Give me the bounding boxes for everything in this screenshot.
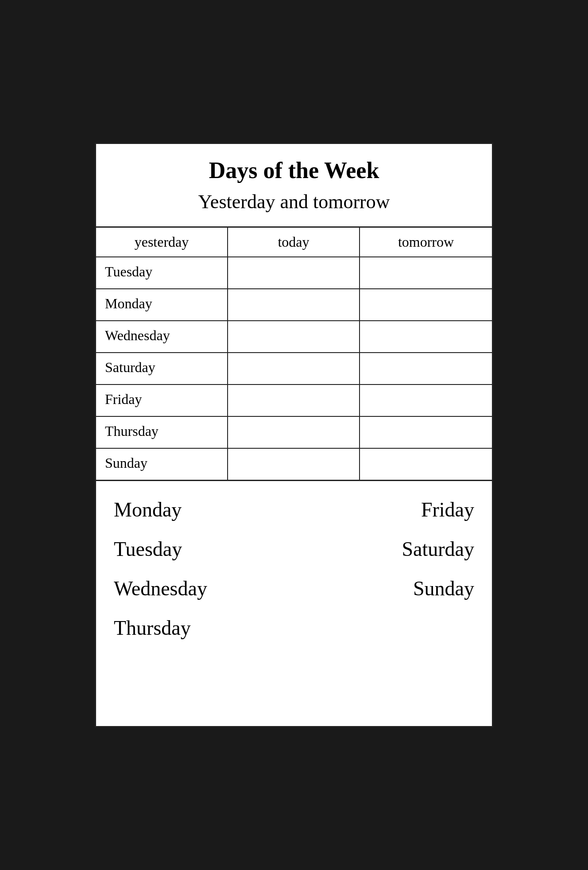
answer-right-3	[294, 608, 479, 624]
answer-left-0: Monday	[109, 490, 294, 529]
answer-section: Monday Tuesday Wednesday Thursday Friday…	[96, 481, 492, 661]
answer-right-2: Sunday	[294, 569, 479, 608]
col-header-tomorrow: tomorrow	[360, 228, 492, 256]
answer-left-1: Tuesday	[109, 529, 294, 569]
cell-monday-yesterday: Monday	[96, 289, 228, 320]
cell-sunday-tomorrow[interactable]	[360, 449, 492, 480]
cell-wednesday-yesterday: Wednesday	[96, 321, 228, 352]
header-section: Days of the Week Yesterday and tomorrow	[96, 144, 492, 228]
table-row: Wednesday	[96, 321, 492, 353]
answer-column-right: Friday Saturday Sunday	[294, 490, 479, 648]
table-row: Monday	[96, 289, 492, 321]
cell-saturday-today[interactable]	[228, 353, 360, 384]
subtitle: Yesterday and tomorrow	[114, 190, 474, 213]
table-row: Thursday	[96, 417, 492, 449]
table-section: yesterday today tomorrow Tuesday Monday …	[96, 228, 492, 481]
table-row: Friday	[96, 385, 492, 417]
table-row: Sunday	[96, 449, 492, 480]
cell-thursday-tomorrow[interactable]	[360, 417, 492, 448]
column-headers: yesterday today tomorrow	[96, 228, 492, 257]
cell-friday-yesterday: Friday	[96, 385, 228, 416]
cell-wednesday-tomorrow[interactable]	[360, 321, 492, 352]
cell-tuesday-tomorrow[interactable]	[360, 257, 492, 288]
answer-left-2: Wednesday	[109, 569, 294, 608]
cell-sunday-today[interactable]	[228, 449, 360, 480]
cell-thursday-yesterday: Thursday	[96, 417, 228, 448]
col-header-yesterday: yesterday	[96, 228, 228, 256]
table-row: Saturday	[96, 353, 492, 385]
answer-right-1: Saturday	[294, 529, 479, 569]
cell-saturday-tomorrow[interactable]	[360, 353, 492, 384]
table-row: Tuesday	[96, 257, 492, 289]
cell-friday-tomorrow[interactable]	[360, 385, 492, 416]
cell-sunday-yesterday: Sunday	[96, 449, 228, 480]
answer-right-0: Friday	[294, 490, 479, 529]
cell-saturday-yesterday: Saturday	[96, 353, 228, 384]
cell-thursday-today[interactable]	[228, 417, 360, 448]
col-header-today: today	[228, 228, 360, 256]
cell-monday-tomorrow[interactable]	[360, 289, 492, 320]
page: Days of the Week Yesterday and tomorrow …	[95, 143, 493, 727]
cell-tuesday-yesterday: Tuesday	[96, 257, 228, 288]
cell-wednesday-today[interactable]	[228, 321, 360, 352]
main-title: Days of the Week	[114, 157, 474, 183]
cell-friday-today[interactable]	[228, 385, 360, 416]
answer-left-3: Thursday	[109, 608, 294, 648]
cell-monday-today[interactable]	[228, 289, 360, 320]
cell-tuesday-today[interactable]	[228, 257, 360, 288]
answer-column-left: Monday Tuesday Wednesday Thursday	[109, 490, 294, 648]
